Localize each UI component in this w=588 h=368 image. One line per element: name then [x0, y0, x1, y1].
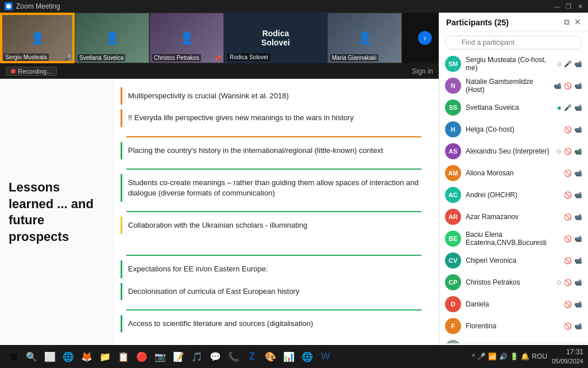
mic-taskbar-icon[interactable]: 🎤: [477, 352, 486, 361]
explorer-icon[interactable]: 📁: [96, 348, 114, 365]
participant-list-item: MKMaka Kemkhadze🚫📹: [439, 337, 588, 343]
firefox-icon[interactable]: 🦊: [78, 348, 95, 365]
participant-avatar: BE: [445, 231, 461, 247]
mic-muted-icon: 🚫: [564, 148, 572, 155]
taskbar-app4[interactable]: 📝: [170, 348, 187, 365]
participant-icons: ●🎤📹: [557, 103, 582, 112]
mic-icon: 🎤: [564, 104, 572, 112]
participant-name: Andrei (OHCHR): [466, 191, 559, 199]
taskbar-app8[interactable]: 🎨: [262, 348, 279, 365]
divider-1: [126, 136, 421, 137]
video-icon: 📹: [574, 148, 582, 155]
panel-popout-icon[interactable]: ⧉: [564, 17, 570, 27]
minimize-button[interactable]: —: [554, 3, 560, 10]
edge-icon[interactable]: 🌐: [60, 348, 77, 365]
recording-badge: Recording...: [6, 67, 57, 76]
wifi-icon[interactable]: 📶: [488, 352, 497, 361]
mic-muted-icon: 🚫: [564, 213, 572, 221]
participant-icons: 📹🚫📹: [554, 82, 582, 90]
video-icon: 📹: [574, 301, 582, 308]
participant-list-item: CVChiperi Veronica🚫📹: [439, 250, 588, 271]
participant-search-input[interactable]: [445, 36, 582, 49]
participant-name: Baciu Elena Ecaterina,CNVB,Bucuresti: [466, 231, 559, 247]
participant-name: Chiperi Veronica: [466, 256, 559, 264]
participant-video-christos[interactable]: 👤 Christos Petrakos 📌: [149, 13, 224, 63]
taskbar-app2[interactable]: 🔴: [133, 348, 150, 365]
slide-row-1: Multiperspectivity is crucial (Wansink e…: [121, 87, 427, 105]
mic-icon-sergiu: 🎤: [64, 55, 71, 61]
zoom-taskbar-icon[interactable]: Z: [243, 348, 261, 365]
title-bar: Zoom Meeting — ❐ ✕: [0, 0, 588, 13]
sign-in-button[interactable]: Sign in: [412, 67, 433, 75]
taskbar-app6[interactable]: 💬: [207, 348, 224, 365]
taskbar-app3[interactable]: 📷: [152, 348, 169, 365]
slide-row-8: Access to scientific literature and sour…: [121, 315, 427, 332]
video-icon: 📹: [574, 235, 582, 243]
participant-name-maria: Maria Giannakaki: [330, 54, 378, 62]
app-icon: [5, 2, 13, 10]
taskbar-app1[interactable]: 📋: [115, 348, 132, 365]
clock[interactable]: 17:31 05/09/2024: [552, 348, 583, 365]
cloud-icon: ⊙: [556, 60, 562, 68]
participant-avatar: AR: [445, 209, 461, 225]
participant-name: Florentina: [466, 322, 559, 330]
panel-action-icons: ⧉ ✕: [564, 17, 581, 27]
participant-name: Azar Ramazanov: [466, 213, 559, 221]
participant-video-sergiu[interactable]: 👤 Sergiu Musteata 🎤: [0, 13, 75, 63]
participant-list-item: NNatalie Gamtsemlidze (Host)📹🚫📹: [439, 75, 588, 97]
window-controls: — ❐ ✕: [554, 3, 583, 10]
next-participants-button[interactable]: ›: [418, 31, 432, 45]
chrome-icon[interactable]: 🌐: [299, 348, 316, 365]
participant-icons: ⊙🚫📹: [556, 148, 582, 155]
taskbar-app9[interactable]: 📊: [280, 348, 297, 365]
clock-date: 05/09/2024: [552, 357, 583, 365]
mic-icon: 🎤: [564, 60, 572, 68]
participant-icons: ⊙🚫📹: [556, 279, 582, 286]
divider-5: [126, 309, 421, 310]
close-button[interactable]: ✕: [577, 3, 583, 10]
slide-row-5: Collaboration with the Ukrainian scholar…: [121, 217, 427, 234]
notification-icon[interactable]: 🔔: [521, 352, 529, 361]
participant-list-item: FFlorentina🚫📹: [439, 315, 588, 337]
clock-time: 17:31: [552, 348, 583, 357]
participant-name: Natalie Gamtsemlidze (Host): [466, 78, 549, 94]
system-tray-icons: ^ 🎤 📶 🔊 🔋 🔔 ROU: [472, 352, 547, 361]
participant-icons: 🚫📹: [564, 191, 582, 199]
speaker-label-rodica: Rodica Solovei: [227, 53, 270, 61]
video-icon: 📹: [574, 279, 582, 286]
taskbar-app7[interactable]: 📞: [225, 348, 242, 365]
mic-muted-icon: 🚫: [564, 191, 572, 199]
word-icon[interactable]: W: [317, 348, 334, 365]
panel-header: Participants (25) ⧉ ✕: [439, 13, 588, 32]
participant-list-item: DDaniela🚫📹: [439, 293, 588, 315]
start-button[interactable]: ⊞: [5, 348, 22, 365]
participant-icons: 🚫📹: [564, 213, 582, 221]
participant-video-svetlana[interactable]: 👤 Svetlana Suveica: [75, 13, 149, 63]
lang-indicator[interactable]: ROU: [532, 352, 547, 361]
video-icon: 📹: [574, 213, 582, 221]
more-icon: 📹: [574, 82, 582, 90]
spacer: [121, 239, 427, 250]
show-hidden-icon[interactable]: ^: [472, 352, 475, 361]
participant-avatar: AS: [445, 143, 461, 159]
participant-name: Alexandru Seu (Interpreter): [466, 147, 552, 155]
search-taskbar-icon[interactable]: 🔍: [23, 348, 40, 365]
participant-avatar: F: [445, 318, 461, 334]
participant-icons: 🚫📹: [564, 323, 582, 330]
battery-icon[interactable]: 🔋: [510, 352, 519, 361]
mic-muted-icon: 🚫: [564, 170, 572, 177]
restore-button[interactable]: ❐: [565, 3, 572, 10]
participant-video-maria[interactable]: 👤 Maria Giannakaki: [327, 13, 402, 63]
taskbar-app5[interactable]: 🎵: [188, 348, 206, 365]
cloud-icon: ⊙: [556, 279, 562, 286]
slide-row-3: Placing the country's history in the int…: [121, 142, 427, 159]
taskview-icon[interactable]: ⬜: [41, 348, 59, 365]
mic-muted-icon: 🚫: [564, 82, 572, 90]
participant-name-sergiu: Sergiu Musteata: [3, 53, 49, 61]
slide-title: Lessons learned ... and future prospects: [9, 179, 106, 245]
participant-icons: 🚫📹: [564, 257, 582, 264]
volume-icon[interactable]: 🔊: [499, 352, 508, 361]
mic-icon-christos: 📌: [214, 55, 221, 62]
panel-close-icon[interactable]: ✕: [574, 17, 581, 27]
participant-icons: 🚫📹: [564, 235, 582, 243]
